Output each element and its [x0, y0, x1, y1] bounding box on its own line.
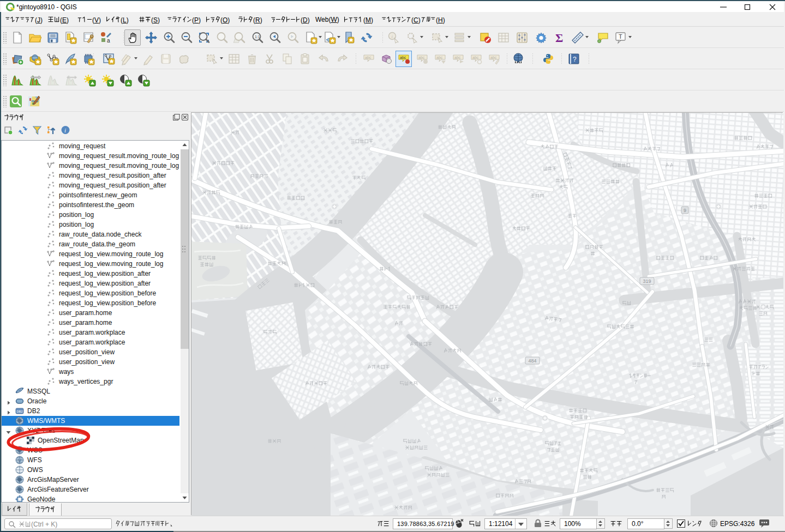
svg-text:abc: abc	[436, 56, 443, 59]
svg-text:abc: abc	[472, 56, 479, 59]
svg-text:T: T	[619, 33, 622, 40]
svg-text:abc: abc	[365, 56, 371, 59]
svg-text:a: a	[107, 38, 110, 44]
svg-text:9: 9	[684, 208, 686, 213]
svg-text:abc: abc	[454, 56, 461, 59]
svg-text:?: ?	[573, 56, 577, 63]
svg-text:Σ: Σ	[555, 31, 563, 44]
svg-text:V: V	[18, 458, 21, 463]
svg-text:DB2: DB2	[16, 410, 23, 413]
svg-text:abc: abc	[490, 56, 497, 59]
svg-text:i: i	[64, 127, 66, 134]
svg-text:1:1: 1:1	[255, 35, 260, 39]
svg-text:abc: abc	[418, 56, 425, 59]
svg-text:319: 319	[643, 279, 651, 284]
svg-text:484: 484	[528, 358, 536, 364]
svg-text:abc: abc	[400, 56, 406, 59]
